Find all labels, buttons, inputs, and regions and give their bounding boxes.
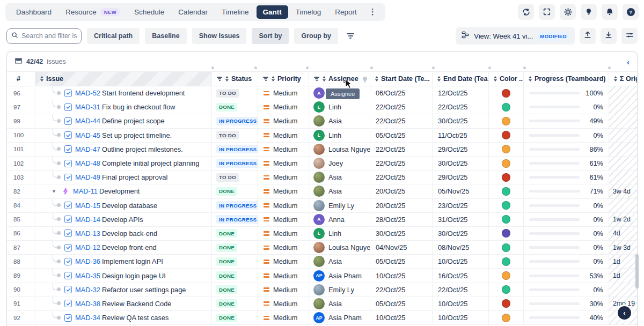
tab-schedule[interactable]: Schedule bbox=[128, 5, 171, 19]
display-settings-button[interactable] bbox=[621, 28, 638, 44]
status-cell[interactable]: DONE bbox=[212, 100, 258, 114]
priority-cell[interactable]: Medium bbox=[258, 114, 309, 128]
table-row[interactable]: 92MAD-34Review QA test casesDONEMediumAP… bbox=[7, 311, 637, 325]
column-header-start-date[interactable]: Start Date (Te... bbox=[370, 72, 433, 86]
color-cell[interactable] bbox=[489, 86, 524, 100]
collapse-grid-button[interactable]: ‹ bbox=[618, 306, 631, 320]
table-row[interactable]: 84MAD-15Develop databaseIN PROGRESSMediu… bbox=[7, 199, 637, 213]
start-date-cell[interactable]: 22/Oct/25 bbox=[370, 143, 433, 156]
show-issues-button[interactable]: Show Issues bbox=[192, 28, 247, 44]
start-date-cell[interactable]: 10/Oct/25 bbox=[370, 269, 433, 282]
table-row[interactable]: 100MAD-45Set up project timeline.TO DOMe… bbox=[7, 129, 637, 143]
progress-cell[interactable]: 30% bbox=[524, 297, 609, 310]
priority-cell[interactable]: Medium bbox=[258, 129, 309, 142]
color-cell[interactable] bbox=[489, 143, 524, 156]
column-resize-handle[interactable] bbox=[211, 66, 214, 69]
color-cell[interactable] bbox=[489, 241, 524, 254]
table-row[interactable]: 91MAD-38Review Backend CodeDONEMediumAsi… bbox=[7, 297, 637, 311]
issue-key-link[interactable]: MAD-48 bbox=[75, 159, 100, 167]
priority-cell[interactable]: Medium bbox=[258, 227, 309, 240]
end-date-cell[interactable]: 22/Oct/25 bbox=[433, 100, 489, 114]
fullscreen-button[interactable] bbox=[539, 4, 555, 20]
assignee-cell[interactable]: Asia bbox=[309, 171, 370, 184]
progress-cell[interactable]: 61% bbox=[524, 157, 609, 170]
end-date-cell[interactable]: 29/Oct/25 bbox=[433, 171, 489, 184]
issue-key-link[interactable]: MAD-44 bbox=[75, 117, 100, 125]
start-date-cell[interactable]: 06/Oct/25 bbox=[370, 86, 433, 100]
status-cell[interactable]: IN PROGRESS bbox=[212, 199, 258, 212]
progress-cell[interactable]: 53% bbox=[524, 269, 609, 282]
table-row[interactable]: 96MAD-52Start frontend developmentTO DOM… bbox=[7, 86, 637, 100]
table-row[interactable]: 99MAD-44Define project scopeIN PROGRESSM… bbox=[7, 114, 637, 128]
table-row[interactable]: 82▾MAD-11DevelopmentDONEMediumAsia20/Oct… bbox=[7, 184, 637, 198]
progress-cell[interactable]: 0% bbox=[524, 241, 609, 254]
color-cell[interactable] bbox=[489, 227, 524, 240]
column-header-progress[interactable]: Progress (Teamboard) bbox=[524, 72, 609, 86]
start-date-cell[interactable]: 05/Oct/25 bbox=[370, 255, 433, 268]
color-cell[interactable] bbox=[489, 199, 524, 212]
color-cell[interactable] bbox=[489, 171, 524, 184]
status-cell[interactable]: IN PROGRESS bbox=[212, 157, 258, 170]
assignee-cell[interactable]: LLinh bbox=[309, 129, 370, 142]
issue-cell[interactable]: MAD-38Review Backend Code bbox=[35, 297, 212, 310]
start-date-cell[interactable]: 04/Nov/25 bbox=[370, 241, 433, 254]
table-row[interactable]: 86MAD-13Develop back-endDONEMediumLLinh3… bbox=[7, 227, 637, 241]
end-date-cell[interactable]: 11/Oct/25 bbox=[433, 129, 489, 142]
end-date-cell[interactable]: 30/Oct/25 bbox=[433, 157, 489, 170]
assignee-cell[interactable]: Louisa Nguyen bbox=[309, 143, 370, 156]
color-cell[interactable] bbox=[489, 283, 524, 297]
end-date-cell[interactable]: 30/Oct/25 bbox=[433, 114, 489, 128]
assignee-cell[interactable]: Louisa Nguyen bbox=[309, 241, 370, 254]
issue-key-link[interactable]: MAD-15 bbox=[75, 202, 100, 210]
status-cell[interactable]: DONE bbox=[212, 184, 258, 198]
tab-timelog[interactable]: Timelog bbox=[289, 5, 328, 19]
end-date-cell[interactable]: 16/Oct/25 bbox=[433, 269, 489, 282]
issue-cell[interactable]: MAD-34Review QA test cases bbox=[35, 311, 212, 324]
color-cell[interactable] bbox=[489, 129, 524, 142]
status-cell[interactable]: DONE bbox=[212, 227, 258, 240]
assignee-cell[interactable]: Asia bbox=[309, 297, 370, 310]
start-date-cell[interactable]: 22/Oct/25 bbox=[370, 171, 433, 184]
status-cell[interactable]: DONE bbox=[212, 241, 258, 254]
color-cell[interactable] bbox=[489, 114, 524, 128]
progress-cell[interactable]: 61% bbox=[524, 171, 609, 184]
color-cell[interactable] bbox=[489, 255, 524, 268]
issue-key-link[interactable]: MAD-45 bbox=[75, 131, 100, 139]
assignee-cell[interactable]: Joey bbox=[309, 157, 370, 170]
status-cell[interactable]: DONE bbox=[212, 311, 258, 324]
table-row[interactable]: 90MAD-32Refactor user settings pageDONEM… bbox=[7, 283, 637, 297]
export-button[interactable] bbox=[580, 28, 596, 44]
progress-cell[interactable]: 71% bbox=[524, 184, 609, 198]
status-cell[interactable]: IN PROGRESS bbox=[212, 213, 258, 226]
vertical-scrollbar[interactable] bbox=[635, 254, 639, 288]
start-date-cell[interactable]: 20/Oct/25 bbox=[370, 199, 433, 212]
assignee-cell[interactable]: Emily Ly bbox=[309, 199, 370, 212]
end-date-cell[interactable]: 10/Oct/25 bbox=[433, 255, 489, 268]
priority-cell[interactable]: Medium bbox=[258, 255, 309, 268]
priority-cell[interactable]: Medium bbox=[258, 213, 309, 226]
filter-button[interactable] bbox=[343, 31, 357, 40]
status-cell[interactable]: DONE bbox=[212, 283, 258, 297]
progress-cell[interactable]: 49% bbox=[524, 114, 609, 128]
priority-cell[interactable]: Medium bbox=[258, 297, 309, 310]
view-selector[interactable]: View: Week 41 vi... MODIFIED bbox=[456, 27, 575, 45]
tab-timeline[interactable]: Timeline bbox=[215, 5, 255, 19]
column-header-color[interactable]: Color ... bbox=[489, 72, 524, 86]
tab-calendar[interactable]: Calendar bbox=[172, 5, 214, 19]
priority-cell[interactable]: Medium bbox=[258, 100, 309, 114]
issue-cell[interactable]: MAD-32Refactor user settings page bbox=[35, 283, 212, 297]
issue-cell[interactable]: MAD-12Develop front-end bbox=[35, 241, 212, 254]
column-header-number[interactable]: # bbox=[7, 72, 35, 86]
issue-cell[interactable]: MAD-47Outline project milestones. bbox=[35, 143, 212, 156]
end-date-cell[interactable]: 05/Nov/25 bbox=[433, 184, 489, 198]
color-cell[interactable] bbox=[489, 269, 524, 282]
column-header-original-estimate[interactable]: Σ Origin bbox=[609, 72, 637, 86]
start-date-cell[interactable]: 05/Oct/25 bbox=[370, 129, 433, 142]
status-cell[interactable]: TO DO bbox=[212, 171, 258, 184]
end-date-cell[interactable]: 29/Oct/25 bbox=[433, 143, 489, 156]
assignee-cell[interactable]: AAnna bbox=[309, 213, 370, 226]
group-by-button[interactable]: Group by bbox=[294, 28, 338, 44]
column-header-assignee[interactable]: Assignee bbox=[309, 72, 370, 86]
column-resize-handle[interactable] bbox=[370, 66, 373, 69]
issue-key-link[interactable]: MAD-31 bbox=[75, 103, 100, 111]
